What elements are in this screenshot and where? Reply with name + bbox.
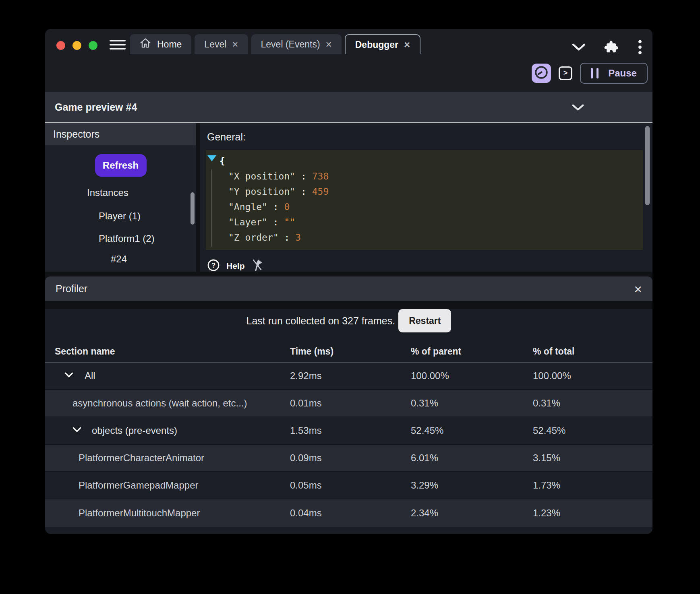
column-section-name: Section name <box>55 346 115 357</box>
tree-item-platform1[interactable]: Platform1 (2) <box>99 233 155 244</box>
tab-label: Home <box>157 39 182 50</box>
console-icon: > <box>563 69 568 77</box>
column-time: Time (ms) <box>290 346 333 357</box>
close-tab-icon[interactable]: × <box>326 39 332 50</box>
close-tab-icon[interactable]: × <box>232 39 238 50</box>
unpin-icon[interactable] <box>251 258 263 274</box>
titlebar: Home Level × Level (Events) × Debugger × <box>45 29 652 54</box>
pause-button-label: Pause <box>608 68 637 79</box>
chevron-down-icon[interactable] <box>572 104 584 112</box>
profiler-status-row: Last run collected on 327 frames. Restar… <box>45 309 652 332</box>
inspectors-scrollbar[interactable] <box>191 192 195 225</box>
svg-text:?: ? <box>211 262 215 269</box>
home-icon <box>139 37 151 52</box>
pause-icon <box>591 68 599 78</box>
code-line-layer[interactable]: "Layer" : "" <box>206 214 643 230</box>
tree-item-instances[interactable]: Instances <box>87 187 128 198</box>
code-line-angle[interactable]: "Angle" : 0 <box>206 199 643 214</box>
game-preview-title: Game preview #4 <box>55 101 137 113</box>
profiler-body: Last run collected on 327 frames. Restar… <box>45 309 652 534</box>
tab-label: Level <box>204 39 226 50</box>
kebab-menu-icon[interactable] <box>638 39 642 56</box>
inspectors-title: Inspectors <box>53 128 99 140</box>
table-row[interactable]: PlatformerCharacterAnimator 0.09ms 6.01%… <box>45 445 652 472</box>
extensions-puzzle-icon[interactable] <box>604 39 619 56</box>
titlebar-actions <box>572 39 642 56</box>
profiler-panel: Profiler × Last run collected on 327 fra… <box>45 276 652 534</box>
pause-button[interactable]: Pause <box>580 63 648 84</box>
general-section-title: General: <box>207 131 246 143</box>
tab-label: Debugger <box>355 39 398 50</box>
tab-home[interactable]: Home <box>130 34 191 54</box>
inspectors-header: Inspectors <box>45 123 196 145</box>
tree-item-instance-24[interactable]: #24 <box>111 254 127 265</box>
traffic-lights <box>56 41 97 50</box>
debugger-main-area: Inspectors Refresh Instances Player (1) … <box>45 123 652 272</box>
close-tab-icon[interactable]: × <box>404 39 410 50</box>
profiler-gauge-button[interactable] <box>532 64 551 83</box>
properties-json-view: { "X position" : 738 "Y position" : 459 … <box>206 150 643 250</box>
tree-item-player[interactable]: Player (1) <box>99 210 141 222</box>
code-line: { <box>206 153 643 169</box>
tab-debugger[interactable]: Debugger × <box>345 34 421 54</box>
zoom-window-button[interactable] <box>89 41 97 50</box>
indent-guide <box>211 169 212 247</box>
table-row[interactable]: PlatformerGamepadMapper 0.05ms 3.29% 1.7… <box>45 472 652 499</box>
general-scrollbar[interactable] <box>645 126 650 205</box>
inspectors-panel: Inspectors Refresh Instances Player (1) … <box>45 123 196 272</box>
general-panel: General: { "X position" : 738 "Y positio… <box>200 123 652 272</box>
table-row[interactable]: All 2.92ms 100.00% 100.00% <box>45 363 652 390</box>
table-row[interactable]: asynchronous actions (wait action, etc..… <box>45 390 652 417</box>
chevron-down-icon[interactable] <box>64 372 73 380</box>
help-row: ? Help <box>207 258 263 274</box>
console-button[interactable]: > <box>559 66 572 80</box>
inspectors-tree: Refresh Instances Player (1) Platform1 (… <box>45 145 196 272</box>
code-line-x-position[interactable]: "X position" : 738 <box>206 169 643 184</box>
profiler-status-text: Last run collected on 327 frames. <box>246 315 396 327</box>
restart-button[interactable]: Restart <box>398 309 451 332</box>
game-preview-header[interactable]: Game preview #4 <box>45 92 652 123</box>
debugger-toolbar: > Pause <box>45 54 652 92</box>
close-profiler-icon[interactable]: × <box>634 282 642 296</box>
profiler-table-header: Section name Time (ms) % of parent % of … <box>45 344 652 363</box>
chevron-down-icon[interactable] <box>572 43 586 52</box>
table-row[interactable]: PlatformerMultitouchMapper 0.04ms 2.34% … <box>45 499 652 527</box>
profiler-header: Profiler × <box>45 276 652 301</box>
tab-label: Level (Events) <box>261 39 320 50</box>
profiler-title: Profiler <box>56 283 87 295</box>
app-window: Home Level × Level (Events) × Debugger × <box>45 29 652 534</box>
chevron-down-icon[interactable] <box>72 427 81 434</box>
hamburger-menu-icon[interactable] <box>110 40 126 50</box>
table-row[interactable]: objects (pre-events) 1.53ms 52.45% 52.45… <box>45 417 652 445</box>
collapse-triangle-icon[interactable] <box>207 153 216 163</box>
code-line-z-order[interactable]: "Z order" : 3 <box>206 230 643 245</box>
column-percent-total: % of total <box>533 346 575 357</box>
tab-bar: Home Level × Level (Events) × Debugger × <box>130 34 424 54</box>
gauge-icon <box>534 65 549 81</box>
minimize-window-button[interactable] <box>72 41 81 50</box>
help-label[interactable]: Help <box>226 261 245 271</box>
column-percent-parent: % of parent <box>411 346 461 357</box>
help-icon[interactable]: ? <box>207 259 220 273</box>
tab-level[interactable]: Level × <box>195 34 248 54</box>
refresh-button[interactable]: Refresh <box>95 154 147 177</box>
tab-level-events[interactable]: Level (Events) × <box>251 34 342 54</box>
code-line-y-position[interactable]: "Y position" : 459 <box>206 184 643 199</box>
close-window-button[interactable] <box>56 41 65 50</box>
